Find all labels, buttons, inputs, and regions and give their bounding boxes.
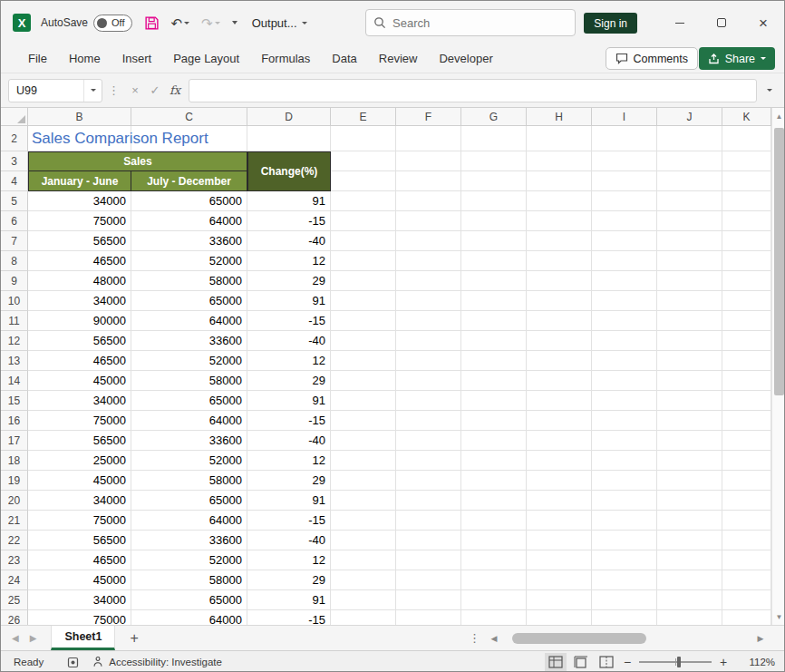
cell[interactable] bbox=[396, 371, 461, 391]
row-header-17[interactable]: 17 bbox=[1, 431, 28, 451]
row-header-13[interactable]: 13 bbox=[1, 351, 28, 371]
cell[interactable] bbox=[657, 211, 722, 231]
cell[interactable] bbox=[331, 570, 396, 590]
cell[interactable] bbox=[592, 371, 657, 391]
cell[interactable] bbox=[657, 411, 722, 431]
cell[interactable] bbox=[592, 471, 657, 491]
tab-page-layout[interactable]: Page Layout bbox=[162, 44, 250, 73]
cell[interactable] bbox=[657, 291, 722, 311]
cell[interactable]: 33600 bbox=[131, 231, 247, 251]
row-header-18[interactable]: 18 bbox=[1, 451, 28, 471]
cell[interactable] bbox=[461, 411, 527, 431]
row-header-26[interactable]: 26 bbox=[1, 610, 28, 625]
cell-change-header[interactable]: Change(%) bbox=[247, 151, 331, 191]
scroll-down-icon[interactable]: ▼ bbox=[772, 609, 785, 625]
cell[interactable] bbox=[592, 531, 657, 550]
cell[interactable] bbox=[527, 291, 592, 311]
cell-report-title[interactable]: Sales Comparison Report bbox=[32, 126, 208, 151]
search-box[interactable] bbox=[365, 9, 576, 36]
cell[interactable]: 48000 bbox=[28, 271, 131, 291]
cell[interactable]: 64000 bbox=[131, 211, 247, 231]
cell[interactable] bbox=[527, 610, 592, 625]
cell[interactable] bbox=[331, 211, 396, 231]
cell[interactable]: -15 bbox=[247, 511, 331, 531]
row-header-23[interactable]: 23 bbox=[1, 550, 28, 570]
sheet-tab-options[interactable]: ⋮ bbox=[469, 631, 480, 645]
cell[interactable]: 64000 bbox=[131, 511, 247, 531]
cell[interactable] bbox=[331, 590, 396, 610]
cell[interactable] bbox=[461, 231, 527, 251]
cell[interactable] bbox=[722, 391, 771, 411]
cell[interactable] bbox=[722, 610, 771, 625]
cell[interactable] bbox=[331, 411, 396, 431]
undo-dropdown-icon[interactable] bbox=[184, 22, 189, 24]
cell[interactable] bbox=[527, 570, 592, 590]
column-header-D[interactable]: D bbox=[247, 108, 331, 126]
cell[interactable] bbox=[657, 491, 722, 511]
cell[interactable] bbox=[527, 311, 592, 331]
cell[interactable] bbox=[657, 231, 722, 251]
cell[interactable] bbox=[527, 171, 592, 191]
cell[interactable]: 34000 bbox=[28, 191, 131, 211]
insert-function-button[interactable]: fx bbox=[165, 83, 185, 97]
cell[interactable] bbox=[722, 431, 771, 451]
cell[interactable] bbox=[592, 411, 657, 431]
cell[interactable] bbox=[461, 271, 527, 291]
tab-developer[interactable]: Developer bbox=[428, 44, 503, 73]
cell[interactable]: 33600 bbox=[131, 531, 247, 550]
cell[interactable] bbox=[657, 351, 722, 371]
expand-formula-bar-button[interactable] bbox=[762, 89, 777, 92]
cell[interactable]: 91 bbox=[247, 191, 331, 211]
cell[interactable] bbox=[396, 251, 461, 271]
redo-button[interactable]: ↷ bbox=[201, 16, 220, 30]
cell[interactable] bbox=[657, 271, 722, 291]
page-layout-view-button[interactable] bbox=[570, 653, 592, 671]
cell[interactable] bbox=[331, 271, 396, 291]
row-header-19[interactable]: 19 bbox=[1, 471, 28, 491]
cell[interactable] bbox=[592, 610, 657, 625]
formula-bar-handle-icon[interactable]: ⋮ bbox=[108, 83, 120, 97]
cell[interactable]: 58000 bbox=[131, 271, 247, 291]
cell[interactable]: 58000 bbox=[131, 371, 247, 391]
cell[interactable] bbox=[722, 491, 771, 511]
cell[interactable] bbox=[461, 511, 527, 531]
accessibility-status[interactable]: Accessibility: Investigate bbox=[92, 656, 222, 668]
cell[interactable]: 91 bbox=[247, 291, 331, 311]
cell[interactable]: 75000 bbox=[28, 211, 131, 231]
cell[interactable] bbox=[722, 291, 771, 311]
cell[interactable] bbox=[331, 451, 396, 471]
cell[interactable] bbox=[247, 126, 331, 151]
share-button[interactable]: Share bbox=[699, 47, 775, 70]
cell[interactable] bbox=[592, 550, 657, 570]
cell[interactable] bbox=[527, 191, 592, 211]
cell[interactable] bbox=[461, 431, 527, 451]
enter-button[interactable]: ✓ bbox=[145, 83, 165, 97]
cell[interactable] bbox=[396, 126, 461, 151]
tab-formulas[interactable]: Formulas bbox=[250, 44, 321, 73]
cell[interactable] bbox=[396, 331, 461, 351]
cell[interactable] bbox=[592, 431, 657, 451]
cell[interactable]: 52000 bbox=[131, 550, 247, 570]
cell[interactable] bbox=[331, 351, 396, 371]
macro-record-icon[interactable] bbox=[67, 657, 79, 668]
status-mode[interactable]: Ready bbox=[14, 657, 44, 667]
cell[interactable]: 65000 bbox=[131, 491, 247, 511]
cell[interactable]: 29 bbox=[247, 471, 331, 491]
cell-sales-group-header[interactable]: Sales bbox=[28, 151, 247, 171]
cell[interactable] bbox=[527, 511, 592, 531]
cell[interactable] bbox=[396, 550, 461, 570]
row-header-8[interactable]: 8 bbox=[1, 251, 28, 271]
cell[interactable] bbox=[592, 590, 657, 610]
cell[interactable] bbox=[722, 271, 771, 291]
horizontal-scroll-thumb[interactable] bbox=[512, 633, 646, 644]
customize-toolbar-button[interactable] bbox=[232, 21, 237, 24]
column-header-B[interactable]: B bbox=[28, 108, 131, 126]
cell[interactable] bbox=[461, 191, 527, 211]
cell[interactable] bbox=[331, 531, 396, 550]
scroll-right-icon[interactable]: ▶ bbox=[753, 634, 768, 643]
cell[interactable] bbox=[722, 351, 771, 371]
cell[interactable] bbox=[461, 291, 527, 311]
cell[interactable]: 64000 bbox=[131, 411, 247, 431]
cell[interactable] bbox=[331, 371, 396, 391]
cell[interactable]: 52000 bbox=[131, 351, 247, 371]
